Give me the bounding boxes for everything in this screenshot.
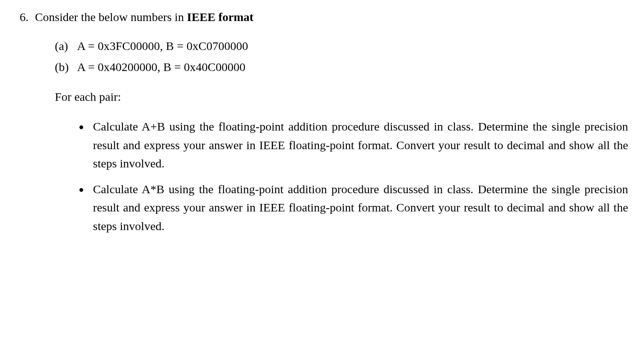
bullet-item: ● Calculate A*B using the floating-point…: [79, 180, 628, 236]
problem-6: 6. Consider the below numbers in IEEE fo…: [16, 8, 628, 242]
problem-body: Consider the below numbers in IEEE forma…: [35, 8, 628, 242]
sub-content: A = 0x3FC00000, B = 0xC0700000: [77, 37, 248, 55]
sub-content: A = 0x40200000, B = 0x40C00000: [77, 58, 246, 76]
problem-number: 6.: [16, 8, 35, 26]
sub-item-b: (b) A = 0x40200000, B = 0x40C00000: [55, 58, 628, 76]
bullet-text: Calculate A+B using the floating-point a…: [93, 117, 628, 173]
intro-bold: IEEE format: [187, 10, 253, 23]
intro-prefix: Consider the below numbers in: [35, 10, 187, 23]
bullet-item: ● Calculate A+B using the floating-point…: [79, 117, 628, 173]
sub-label: (a): [55, 37, 77, 55]
bullet-list: ● Calculate A+B using the floating-point…: [79, 117, 628, 235]
bullet-text: Calculate A*B using the floating-point a…: [93, 180, 628, 236]
bullet-icon: ●: [79, 183, 93, 196]
sub-list: (a) A = 0x3FC00000, B = 0xC0700000 (b) A…: [55, 37, 628, 76]
problem-intro: Consider the below numbers in IEEE forma…: [35, 8, 628, 26]
sub-item-a: (a) A = 0x3FC00000, B = 0xC0700000: [55, 37, 628, 55]
for-each-label: For each pair:: [55, 88, 628, 106]
sub-label: (b): [55, 58, 77, 76]
bullet-icon: ●: [79, 120, 93, 133]
